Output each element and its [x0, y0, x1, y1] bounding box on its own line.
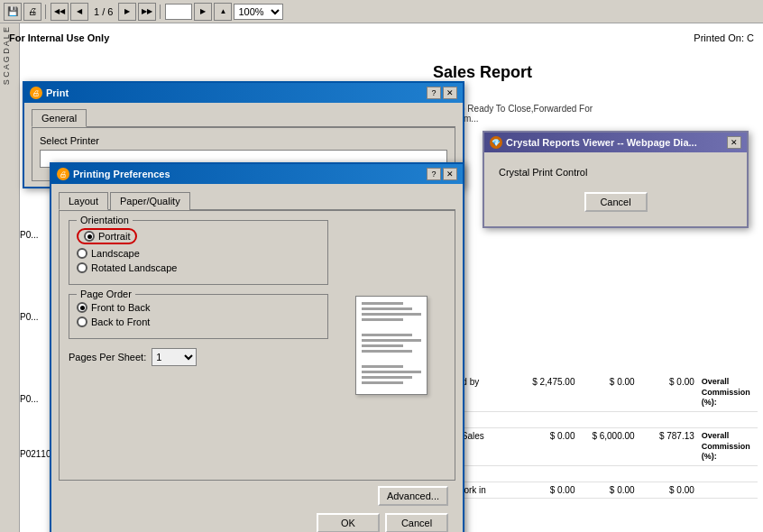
- save-button[interactable]: 💾: [4, 3, 22, 21]
- orientation-legend: Orientation: [77, 215, 133, 225]
- preview-spacer: [362, 324, 421, 331]
- row2-col1: [519, 414, 578, 426]
- pref-dialog-buttons: OK Cancel: [59, 508, 455, 532]
- advanced-button[interactable]: Advanced...: [378, 486, 448, 506]
- printed-on-label: Printed On: C: [694, 32, 754, 43]
- nav-first-button[interactable]: ◀◀: [51, 3, 69, 21]
- page-preview: [355, 296, 427, 395]
- preview-line-12: [362, 381, 403, 384]
- crystal-reports-dialog: 💎 Crystal Reports Viewer -- Webpage Dia.…: [483, 131, 749, 228]
- row3-overall: OverallCommission(%):: [698, 430, 758, 463]
- crystal-title-icon: 💎: [490, 136, 502, 149]
- nav-up-button[interactable]: ▲: [214, 3, 232, 21]
- zoom-select[interactable]: 100% 75% 50% 150%: [234, 4, 283, 20]
- preview-line-2: [362, 307, 412, 310]
- print-dialog-titlebar: 🖨 Print ? ✕: [24, 83, 463, 103]
- nav-prev-button[interactable]: ◀: [70, 3, 88, 21]
- internal-use-label: For Internal Use Only: [9, 32, 109, 43]
- toolbar-separator2: [160, 5, 161, 19]
- print-button[interactable]: 🖨: [23, 3, 41, 21]
- tab-paper-quality[interactable]: Paper/Quality: [110, 192, 190, 210]
- row2-overall: [698, 414, 758, 426]
- pref-tab-content: Orientation Portrait Landscape: [59, 210, 455, 481]
- tab-layout[interactable]: Layout: [59, 192, 108, 210]
- print-dialog-tabs: General: [32, 108, 455, 127]
- back-to-front-radio: [77, 316, 87, 327]
- rotated-radio-icon: [77, 262, 87, 273]
- pref-tabs: Layout Paper/Quality: [59, 191, 455, 210]
- crystal-button-row: Cancel: [499, 192, 732, 212]
- report-row-5: ales Work in $ 0.00 $ 0.00 $ 0.00: [433, 482, 758, 499]
- row5-overall: [698, 484, 758, 496]
- pref-dialog-content: Layout Paper/Quality Orientation Portrai…: [51, 184, 463, 532]
- report-row-1: aptured by $ 2,475.00 $ 0.00 $ 0.00 Over…: [433, 374, 758, 412]
- pages-per-sheet-select[interactable]: 1 2 4 6: [152, 348, 197, 366]
- preview-line-11: [362, 376, 412, 379]
- row1-col1: $ 2,475.00: [519, 376, 578, 409]
- pref-title-icon: 🖨: [57, 168, 69, 180]
- ok-button[interactable]: OK: [317, 513, 380, 532]
- back-to-front-label[interactable]: Back to Front: [91, 316, 150, 327]
- portrait-radio-icon: [84, 231, 95, 242]
- page-number-input[interactable]: [165, 4, 192, 20]
- page-info: 1 / 6: [90, 6, 116, 17]
- pref-dialog-titlebar: 🖨 Printing Preferences ? ✕: [51, 164, 463, 184]
- cancel-button[interactable]: Cancel: [385, 513, 448, 532]
- printing-preferences-dialog: 🖨 Printing Preferences ? ✕ Layout Paper/…: [50, 162, 464, 532]
- print-dialog-help-button[interactable]: ?: [427, 87, 441, 99]
- portrait-highlight: Portrait: [77, 228, 137, 244]
- nav-last-button[interactable]: ▶▶: [138, 3, 156, 21]
- crystal-dialog-title: Crystal Reports Viewer -- Webpage Dia...: [506, 137, 697, 148]
- row2-col2: [578, 414, 638, 426]
- front-to-back-radio: [77, 302, 87, 313]
- rotated-label[interactable]: Rotated Landscape: [91, 262, 177, 273]
- front-to-back-label[interactable]: Front to Back: [91, 302, 150, 313]
- crystal-dialog-close-button[interactable]: ✕: [727, 136, 741, 149]
- preview-line-1: [362, 302, 403, 305]
- row1-overall: OverallCommission(%):: [698, 376, 758, 409]
- preview-line-10: [362, 371, 421, 373]
- report-row-4: MGR: [433, 466, 758, 482]
- nav-next-button[interactable]: ▶: [118, 3, 136, 21]
- pref-dialog-help-button[interactable]: ?: [427, 168, 441, 180]
- crystal-titlebar: 💎 Crystal Reports Viewer -- Webpage Dia.…: [484, 133, 747, 152]
- orientation-portrait-row: Portrait: [77, 228, 320, 244]
- pages-per-sheet-section: Pages Per Sheet: 1 2 4 6: [69, 348, 328, 366]
- advanced-section: Advanced...: [59, 481, 455, 508]
- crystal-dialog-content: Crystal Print Control Cancel: [484, 152, 747, 226]
- pref-left-panel: Orientation Portrait Landscape: [69, 220, 328, 471]
- pref-dialog-close-button[interactable]: ✕: [443, 168, 457, 180]
- page-order-group: Page Order Front to Back Back to Front: [69, 294, 328, 339]
- row3-col3: $ 787.13: [639, 430, 698, 463]
- row3-col2: $ 6,000.00: [578, 430, 638, 463]
- row2-col3: [639, 414, 698, 426]
- row5-col1: $ 0.00: [519, 484, 578, 496]
- portrait-label[interactable]: Portrait: [98, 231, 130, 242]
- pages-per-sheet-label: Pages Per Sheet:: [69, 352, 146, 362]
- row4-rest: [525, 468, 758, 480]
- preview-line-8: [362, 350, 412, 353]
- tab-general[interactable]: General: [32, 109, 87, 127]
- print-title-icon: 🖨: [30, 87, 42, 99]
- preview-line-7: [362, 344, 403, 347]
- preview-line-3: [362, 313, 421, 316]
- page-preview-panel: [337, 220, 446, 471]
- nav-go-button[interactable]: ▶: [194, 3, 212, 21]
- print-dialog-title: Print: [46, 87, 69, 98]
- front-to-back-row: Front to Back: [77, 302, 320, 313]
- landscape-label[interactable]: Landscape: [91, 248, 140, 259]
- back-to-front-row: Back to Front: [77, 316, 320, 327]
- page-order-legend: Page Order: [77, 289, 135, 299]
- crystal-titlebar-left: 💎 Crystal Reports Viewer -- Webpage Dia.…: [490, 136, 697, 149]
- left-sidebar-strip: S C A G D A L E: [0, 23, 20, 532]
- crystal-cancel-button[interactable]: Cancel: [584, 192, 648, 212]
- orientation-group: Orientation Portrait Landscape: [69, 220, 328, 285]
- preview-line-4: [362, 318, 403, 321]
- page-preview-lines: [362, 302, 421, 384]
- pref-titlebar-left: 🖨 Printing Preferences: [57, 168, 170, 180]
- print-dialog-close-button[interactable]: ✕: [443, 87, 457, 99]
- row5-col2: $ 0.00: [578, 484, 638, 496]
- orientation-rotated-row: Rotated Landscape: [77, 262, 320, 273]
- preview-line-6: [362, 339, 421, 342]
- pref-titlebar-buttons: ? ✕: [427, 168, 457, 180]
